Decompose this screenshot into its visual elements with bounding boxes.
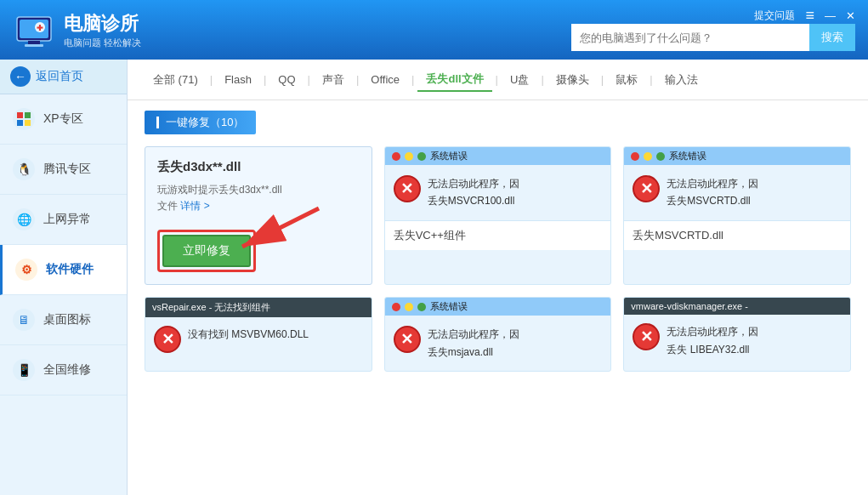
sidebar-item-internet[interactable]: 🌐 上网异常 [0, 195, 127, 245]
menu-icon[interactable]: ≡ [805, 7, 814, 25]
app-title: 电脑诊所 [64, 11, 141, 37]
svg-rect-9 [25, 120, 31, 126]
sidebar-item-repair-label: 全国维修 [43, 362, 91, 378]
sidebar-item-desktop[interactable]: 🖥 桌面图标 [0, 295, 127, 345]
error-x-icon: ✕ [394, 175, 421, 202]
content-area: 全部 (71) | Flash | QQ | 声音 | Office | 丢失d… [128, 60, 868, 495]
repair-icon: 📱 [13, 359, 35, 381]
sidebar: ← 返回首页 XP专区 🐧 腾讯专区 🌐 上网异常 ⚙ 软件硬件 🖥 桌面图标 … [0, 60, 128, 495]
sidebar-item-software[interactable]: ⚙ 软件硬件 [0, 245, 127, 295]
tab-usb[interactable]: U盘 [502, 69, 537, 91]
dot-yellow-icon [405, 303, 413, 311]
sidebar-item-repair[interactable]: 📱 全国维修 [0, 345, 127, 395]
tab-qq[interactable]: QQ [269, 70, 304, 89]
tab-all[interactable]: 全部 (71) [145, 69, 207, 91]
card-vsrepair-body: ✕ 没有找到 MSVBVM60.DLL [145, 317, 372, 361]
dot-red-icon [392, 303, 400, 311]
svg-text:✚: ✚ [37, 24, 43, 32]
sidebar-item-tencent[interactable]: 🐧 腾讯专区 [0, 145, 127, 195]
fix-button-wrapper: 立即修复 [157, 230, 256, 272]
internet-icon: 🌐 [13, 208, 35, 230]
card-msvcrtd-error-text: 无法启动此程序，因丢失MSVCRTD.dll [667, 175, 758, 210]
search-input[interactable] [571, 24, 809, 51]
tab-camera[interactable]: 摄像头 [547, 69, 598, 91]
search-button[interactable]: 搜索 [809, 24, 855, 51]
sidebar-item-xp-label: XP专区 [43, 111, 83, 127]
software-icon: ⚙ [15, 259, 37, 281]
card-msjava-header: 系统错误 [385, 298, 611, 316]
close-icon[interactable]: ✕ [846, 9, 855, 22]
sidebar-item-desktop-label: 桌面图标 [43, 312, 91, 327]
tencent-icon: 🐧 [13, 158, 35, 180]
card-vcpp-label: 丢失VC++组件 [385, 220, 611, 250]
card-msjava-error-text: 无法启动此程序，因丢失msjava.dll [428, 326, 519, 361]
header: ✚ 电脑诊所 电脑问题 轻松解决 提交问题 ≡ — ✕ 搜索 [0, 0, 868, 60]
dot-red-icon [631, 152, 639, 161]
xp-icon [13, 108, 35, 130]
app-subtitle: 电脑问题 轻松解决 [64, 37, 141, 49]
sidebar-item-software-label: 软件硬件 [46, 262, 94, 277]
svg-line-11 [242, 208, 319, 247]
logo-area: ✚ 电脑诊所 电脑问题 轻松解决 [13, 9, 141, 51]
card-libeay: vmware-vdiskmanager.exe - ✕ 无法启动此程序，因丢失 … [623, 297, 851, 372]
content-body: 一键修复（10） 丢失d3dx**.dll 玩游戏时提示丢失d3dx**.dll… [128, 100, 868, 382]
logo-text: 电脑诊所 电脑问题 轻松解决 [64, 11, 141, 49]
card-vcpp-header: 系统错误 [385, 147, 611, 165]
card-vsrepair-error-text: 没有找到 MSVBVM60.DLL [188, 326, 309, 343]
svg-rect-7 [25, 112, 31, 118]
card-libeay-body: ✕ 无法启动此程序，因丢失 LIBEAY32.dll [624, 315, 850, 367]
card-d3dx-title: 丢失d3dx**.dll [157, 159, 360, 175]
main-layout: ← 返回首页 XP专区 🐧 腾讯专区 🌐 上网异常 ⚙ 软件硬件 🖥 桌面图标 … [0, 60, 868, 495]
dot-red-icon [392, 152, 400, 161]
card-libeay-error-text: 无法启动此程序，因丢失 LIBEAY32.dll [667, 323, 758, 358]
error-x-icon: ✕ [633, 175, 660, 202]
nav-tabs: 全部 (71) | Flash | QQ | 声音 | Office | 丢失d… [128, 60, 868, 100]
sidebar-item-xp[interactable]: XP专区 [0, 94, 127, 145]
return-label: 返回首页 [36, 69, 83, 84]
error-x-icon: ✕ [633, 323, 660, 350]
card-libeay-header: vmware-vdiskmanager.exe - [624, 298, 850, 315]
header-right: 提交问题 ≡ — ✕ 搜索 [571, 9, 855, 51]
card-msvcrtd-header: 系统错误 [624, 147, 850, 165]
card-msvcrtd-label: 丢失MSVCRTD.dll [624, 220, 850, 250]
header-top-actions: 提交问题 ≡ — ✕ [754, 7, 855, 25]
card-vcpp-body: ✕ 无法启动此程序，因丢失MSVCR100.dll [385, 165, 611, 220]
sidebar-item-tencent-label: 腾讯专区 [43, 162, 91, 177]
cards-grid: 丢失d3dx**.dll 玩游戏时提示丢失d3dx**.dll文件 详情 > 立… [145, 146, 851, 372]
card-d3dx: 丢失d3dx**.dll 玩游戏时提示丢失d3dx**.dll文件 详情 > 立… [145, 146, 372, 285]
back-arrow-icon: ← [10, 66, 31, 87]
search-box: 搜索 [571, 24, 855, 51]
svg-rect-6 [17, 112, 23, 118]
card-msjava: 系统错误 ✕ 无法启动此程序，因丢失msjava.dll [384, 297, 612, 372]
dot-green-icon [417, 152, 426, 161]
svg-rect-3 [25, 44, 43, 47]
tab-flash[interactable]: Flash [216, 70, 260, 89]
card-vsrepair: vsRepair.exe - 无法找到组件 ✕ 没有找到 MSVBVM60.DL… [145, 297, 372, 372]
tab-mouse[interactable]: 鼠标 [607, 69, 646, 91]
logo-icon: ✚ [13, 9, 55, 51]
dot-green-icon [417, 303, 426, 311]
card-msvcrtd-body: ✕ 无法启动此程序，因丢失MSVCRTD.dll [624, 165, 850, 220]
svg-rect-8 [17, 120, 23, 126]
tab-sound[interactable]: 声音 [314, 69, 353, 91]
return-home-button[interactable]: ← 返回首页 [0, 60, 127, 94]
card-vcpp-error-text: 无法启动此程序，因丢失MSVCR100.dll [428, 175, 519, 210]
arrow-svg [225, 204, 327, 272]
fix-banner: 一键修复（10） [145, 111, 256, 134]
tab-input[interactable]: 输入法 [656, 69, 706, 91]
dot-yellow-icon [644, 152, 652, 161]
dot-yellow-icon [405, 152, 413, 161]
minimize-icon[interactable]: — [825, 9, 836, 22]
sidebar-item-internet-label: 上网异常 [43, 212, 91, 227]
card-msvcrtd: 系统错误 ✕ 无法启动此程序，因丢失MSVCRTD.dll 丢失MSVCRTD.… [623, 146, 851, 285]
card-msjava-body: ✕ 无法启动此程序，因丢失msjava.dll [385, 316, 611, 371]
card-vcpp: 系统错误 ✕ 无法启动此程序，因丢失MSVCR100.dll 丢失VC++组件 [384, 146, 612, 285]
feedback-link[interactable]: 提交问题 [754, 9, 795, 23]
detail-link[interactable]: 详情 > [180, 200, 209, 212]
tab-dll[interactable]: 丢失dll文件 [417, 68, 491, 92]
tab-office[interactable]: Office [362, 70, 408, 89]
svg-rect-2 [28, 41, 40, 44]
desktop-icon: 🖥 [13, 309, 35, 331]
error-x-icon: ✕ [154, 326, 181, 353]
error-x-icon: ✕ [394, 326, 421, 353]
